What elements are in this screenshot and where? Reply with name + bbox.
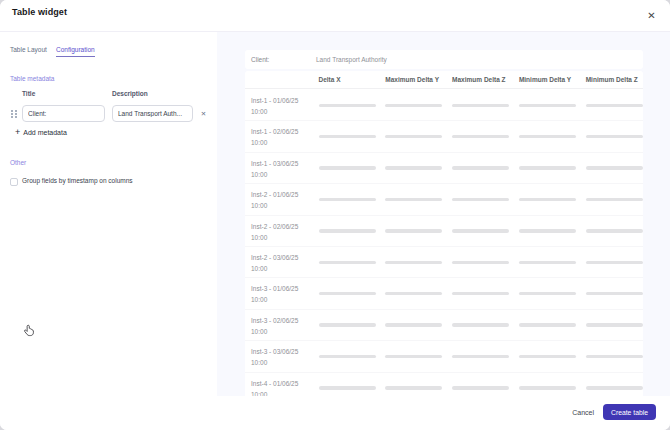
placeholder-bar — [452, 198, 509, 202]
metadata-title-input[interactable] — [22, 105, 105, 122]
config-panel: Table Layout Configuration Table metadat… — [0, 32, 217, 396]
mouse-cursor-icon — [22, 322, 36, 340]
placeholder-bar — [586, 135, 643, 139]
preview-client-label: Client: — [251, 56, 269, 63]
placeholder-bar — [519, 355, 576, 359]
placeholder-bar — [519, 104, 576, 108]
placeholder-bar — [586, 261, 643, 265]
placeholder-bar — [319, 292, 376, 296]
placeholder-bar — [586, 292, 643, 296]
placeholder-bar — [452, 229, 509, 233]
add-metadata-button[interactable]: +Add metadata — [15, 129, 67, 136]
group-fields-label: Group fields by timestamp on columns — [22, 177, 133, 184]
placeholder-bar — [519, 198, 576, 202]
title-column-label: Title — [22, 90, 35, 97]
row-label: Inst-1 - 03/06/2510:00 — [251, 158, 298, 180]
placeholder-bar — [385, 166, 442, 170]
column-header: Delta X — [319, 76, 341, 83]
placeholder-bar — [586, 198, 643, 202]
placeholder-bar — [586, 355, 643, 359]
placeholder-bar — [319, 323, 376, 327]
placeholder-bar — [519, 323, 576, 327]
placeholder-bar — [385, 261, 442, 265]
preview-table-header: Delta XMaximum Delta YMaximum Delta ZMin… — [245, 71, 643, 89]
table-widget-dialog: Table widget ✕ Table Layout Configuratio… — [0, 0, 670, 430]
row-label: Inst-1 - 02/06/2510:00 — [251, 126, 298, 148]
placeholder-bar — [385, 229, 442, 233]
placeholder-bar — [452, 135, 509, 139]
placeholder-bar — [452, 292, 509, 296]
placeholder-bar — [385, 104, 442, 108]
placeholder-bar — [319, 386, 376, 390]
placeholder-bar — [385, 198, 442, 202]
preview-metadata-row: Client: Land Transport Authority — [245, 50, 643, 69]
placeholder-bar — [319, 135, 376, 139]
dialog-body: Table Layout Configuration Table metadat… — [0, 32, 670, 396]
dialog-header: Table widget ✕ — [0, 0, 670, 32]
placeholder-bar — [519, 229, 576, 233]
row-label: Inst-4 - 01/06/2510:00 — [251, 378, 298, 396]
table-row: Inst-3 - 02/06/2510:00 — [245, 310, 643, 341]
placeholder-bar — [385, 355, 442, 359]
row-label: Inst-3 - 02/06/2510:00 — [251, 315, 298, 337]
section-table-metadata: Table metadata — [10, 75, 54, 82]
column-header: Maximum Delta Z — [452, 76, 505, 83]
create-table-button[interactable]: Create table — [603, 404, 656, 420]
metadata-description-input[interactable] — [112, 105, 193, 122]
placeholder-bar — [452, 104, 509, 108]
table-row: Inst-3 - 03/06/2510:00 — [245, 341, 643, 372]
group-fields-checkbox[interactable] — [10, 178, 18, 186]
placeholder-bar — [586, 229, 643, 233]
dialog-title: Table widget — [12, 7, 67, 17]
close-icon[interactable]: ✕ — [645, 9, 658, 22]
table-row: Inst-2 - 01/06/2510:00 — [245, 184, 643, 215]
row-label: Inst-3 - 03/06/2510:00 — [251, 346, 298, 368]
placeholder-bar — [519, 261, 576, 265]
row-label: Inst-2 - 03/06/2510:00 — [251, 252, 298, 274]
placeholder-bar — [319, 166, 376, 170]
table-row: Inst-3 - 01/06/2510:00 — [245, 278, 643, 309]
placeholder-bar — [586, 104, 643, 108]
placeholder-bar — [319, 198, 376, 202]
dialog-footer: Cancel Create table — [0, 396, 670, 430]
tab-configuration[interactable]: Configuration — [56, 46, 95, 53]
cancel-button[interactable]: Cancel — [572, 409, 594, 416]
placeholder-bar — [519, 386, 576, 390]
placeholder-bar — [319, 229, 376, 233]
placeholder-bar — [519, 135, 576, 139]
row-label: Inst-1 - 01/06/2510:00 — [251, 95, 298, 117]
placeholder-bar — [452, 166, 509, 170]
row-label: Inst-2 - 02/06/2510:00 — [251, 221, 298, 243]
placeholder-bar — [586, 323, 643, 327]
drag-handle-icon[interactable] — [11, 110, 17, 119]
placeholder-bar — [452, 323, 509, 327]
placeholder-bar — [385, 386, 442, 390]
section-other: Other — [10, 159, 26, 166]
preview-client-value: Land Transport Authority — [316, 56, 387, 63]
tab-table-layout[interactable]: Table Layout — [10, 46, 47, 53]
row-label: Inst-2 - 01/06/2510:00 — [251, 189, 298, 211]
table-row: Inst-2 - 02/06/2510:00 — [245, 216, 643, 247]
remove-metadata-icon[interactable]: ✕ — [199, 110, 208, 118]
table-row: Inst-1 - 01/06/2510:00 — [245, 90, 643, 121]
placeholder-bar — [452, 386, 509, 390]
row-label: Inst-3 - 01/06/2510:00 — [251, 283, 298, 305]
placeholder-bar — [519, 166, 576, 170]
table-row: Inst-1 - 03/06/2510:00 — [245, 153, 643, 184]
placeholder-bar — [586, 386, 643, 390]
description-column-label: Description — [112, 90, 148, 97]
placeholder-bar — [452, 261, 509, 265]
preview-table: Delta XMaximum Delta YMaximum Delta ZMin… — [245, 71, 643, 396]
placeholder-bar — [519, 292, 576, 296]
plus-icon: + — [15, 129, 20, 136]
column-header: Minimum Delta Y — [519, 76, 571, 83]
placeholder-bar — [319, 355, 376, 359]
column-header: Maximum Delta Y — [385, 76, 439, 83]
placeholder-bar — [319, 261, 376, 265]
table-row: Inst-2 - 03/06/2510:00 — [245, 247, 643, 278]
placeholder-bar — [319, 104, 376, 108]
table-row: Inst-1 - 02/06/2510:00 — [245, 121, 643, 152]
column-header: Minimum Delta Z — [586, 76, 638, 83]
table-row: Inst-4 - 01/06/2510:00 — [245, 373, 643, 396]
placeholder-bar — [586, 166, 643, 170]
